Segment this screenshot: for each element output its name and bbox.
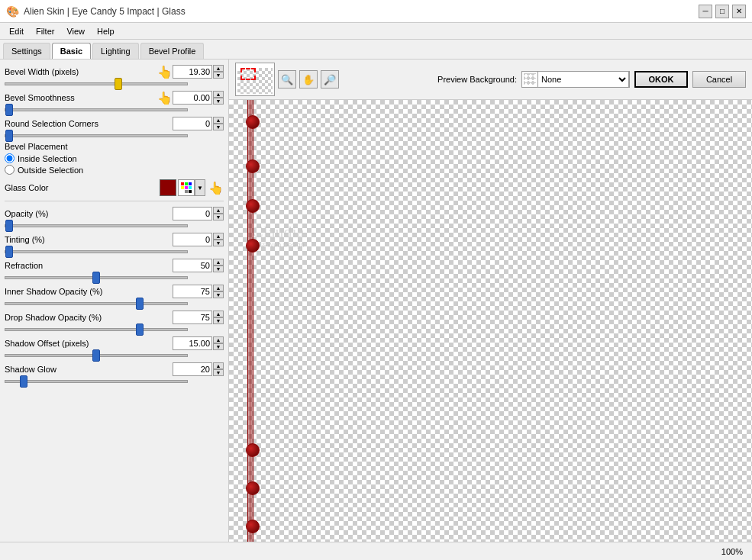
outside-selection-label: Outside Selection <box>18 166 83 175</box>
opacity-down[interactable]: ▼ <box>213 214 224 220</box>
shadow-offset-label: Shadow Offset (pixels) <box>5 339 173 348</box>
glass-color-row: Glass Color ▼ 👆 <box>5 179 224 196</box>
round-corners-down[interactable]: ▼ <box>213 124 224 130</box>
tab-basic[interactable]: Basic <box>52 43 91 59</box>
inner-shadow-slider-track[interactable] <box>5 302 188 305</box>
shadow-glow-slider-thumb[interactable] <box>20 375 27 388</box>
inside-selection-radio[interactable]: Inside Selection <box>5 153 224 163</box>
menu-view[interactable]: View <box>60 25 91 37</box>
tinting-label: Tinting (%) <box>5 235 173 244</box>
round-corners-input[interactable] <box>173 117 212 130</box>
opacity-label: Opacity (%) <box>5 209 173 218</box>
tinting-input[interactable] <box>173 233 212 246</box>
inside-selection-label: Inside Selection <box>18 154 77 163</box>
opacity-up[interactable]: ▲ <box>213 207 224 214</box>
bevel-width-input[interactable] <box>173 65 212 79</box>
refraction-label: Refraction <box>5 261 173 270</box>
refraction-down[interactable]: ▼ <box>213 266 224 272</box>
tab-settings[interactable]: Settings <box>3 43 50 59</box>
tinting-up[interactable]: ▲ <box>213 233 224 240</box>
refraction-input[interactable] <box>173 259 212 272</box>
bevel-smoothness-down[interactable]: ▼ <box>213 98 224 105</box>
shadow-offset-up[interactable]: ▲ <box>213 336 224 343</box>
tab-bevel-profile[interactable]: Bevel Profile <box>140 43 205 59</box>
right-panel: 🔍 ✋ 🔎 Preview Background: None White Bla… <box>229 60 752 542</box>
drop-shadow-input[interactable] <box>173 311 212 324</box>
opacity-input[interactable] <box>173 207 212 220</box>
tinting-slider-thumb[interactable] <box>5 246 13 258</box>
svg-rect-6 <box>181 190 184 193</box>
pan-tool-button[interactable]: ✋ <box>299 70 318 89</box>
preview-bg-controls: Preview Background: None White Black OKO… <box>437 71 746 88</box>
round-corners-slider-track[interactable] <box>5 134 188 137</box>
shadow-glow-input[interactable] <box>173 362 212 376</box>
bevel-placement-label: Bevel Placement <box>5 142 224 151</box>
tinting-slider-track[interactable] <box>5 250 188 253</box>
drop-shadow-slider-track[interactable] <box>5 328 188 331</box>
shadow-offset-input[interactable] <box>173 336 212 350</box>
shadow-glow-up[interactable]: ▲ <box>213 362 224 369</box>
checkerboard-background: Claudia CGSFWeb Design <box>229 100 752 542</box>
bevel-width-cursor: 👆 <box>157 65 173 79</box>
inner-shadow-label: Inner Shadow Opacity (%) <box>5 287 173 296</box>
drop-shadow-down[interactable]: ▼ <box>213 317 224 324</box>
drop-shadow-slider-thumb[interactable] <box>136 323 144 336</box>
tab-lighting[interactable]: Lighting <box>92 43 139 59</box>
bevel-smoothness-up[interactable]: ▲ <box>213 91 224 98</box>
left-panel: Bevel Width (pixels) 👆 ▲ ▼ Bevel Smoothn… <box>0 60 229 542</box>
zoom-in-button[interactable]: 🔎 <box>321 70 339 89</box>
inner-shadow-slider-thumb[interactable] <box>136 298 144 310</box>
maximize-button[interactable]: □ <box>715 5 729 18</box>
bevel-dot-6 <box>246 481 260 495</box>
bevel-width-up[interactable]: ▲ <box>213 65 224 72</box>
round-corners-label: Round Selection Corners <box>5 119 173 128</box>
color-dropdown-button[interactable]: ▼ <box>195 179 205 196</box>
shadow-glow-down[interactable]: ▼ <box>213 369 224 376</box>
ok-button[interactable]: OKOK <box>634 71 688 88</box>
shadow-glow-slider-track[interactable] <box>5 380 188 383</box>
shadow-offset-slider-track[interactable] <box>5 354 188 357</box>
outside-selection-radio[interactable]: Outside Selection <box>5 165 224 175</box>
menu-edit[interactable]: Edit <box>3 25 30 37</box>
right-header: 🔍 ✋ 🔎 Preview Background: None White Bla… <box>229 60 752 100</box>
cancel-button[interactable]: Cancel <box>692 71 746 88</box>
glass-color-swatch[interactable] <box>160 179 176 196</box>
minimize-button[interactable]: ─ <box>699 5 712 18</box>
bevel-width-slider-thumb[interactable] <box>115 78 122 90</box>
app-icon: 🎨 <box>6 5 19 18</box>
inner-shadow-down[interactable]: ▼ <box>213 291 224 298</box>
bevel-smoothness-slider-track[interactable] <box>5 108 188 111</box>
menu-help[interactable]: Help <box>91 25 121 37</box>
zoom-to-fit-button[interactable]: 🔍 <box>278 70 296 89</box>
refraction-up[interactable]: ▲ <box>213 259 224 266</box>
opacity-slider-thumb[interactable] <box>5 220 13 232</box>
bevel-smoothness-slider-thumb[interactable] <box>5 104 13 116</box>
bevel-width-slider-track[interactable] <box>5 82 188 85</box>
preview-controls: 🔍 ✋ 🔎 <box>235 63 339 96</box>
svg-rect-2 <box>189 182 192 185</box>
menu-filter[interactable]: Filter <box>30 25 60 37</box>
shadow-offset-slider-thumb[interactable] <box>92 349 100 362</box>
opacity-slider-track[interactable] <box>5 224 188 227</box>
bevel-smoothness-input[interactable] <box>173 91 212 105</box>
refraction-slider-thumb[interactable] <box>92 272 100 284</box>
tinting-down[interactable]: ▼ <box>213 240 224 246</box>
bevel-width-down[interactable]: ▼ <box>213 72 224 79</box>
glass-color-cursor: 👆 <box>208 181 224 195</box>
shadow-offset-down[interactable]: ▼ <box>213 343 224 350</box>
bevel-dot-5 <box>246 443 260 457</box>
inner-shadow-up[interactable]: ▲ <box>213 285 224 291</box>
refraction-slider-track[interactable] <box>5 276 188 279</box>
round-corners-up[interactable]: ▲ <box>213 117 224 124</box>
shadow-glow-label: Shadow Glow <box>5 365 173 374</box>
bevel-smoothness-label: Bevel Smoothness <box>5 93 157 102</box>
inner-shadow-input[interactable] <box>173 285 212 298</box>
bevel-placement-group: Inside Selection Outside Selection <box>5 153 224 175</box>
color-grid-button[interactable] <box>178 179 195 196</box>
preview-bg-select[interactable]: None White Black <box>537 71 629 88</box>
preview-thumbnail[interactable] <box>235 63 275 96</box>
menu-bar: Edit Filter View Help <box>0 23 752 40</box>
drop-shadow-up[interactable]: ▲ <box>213 311 224 317</box>
close-button[interactable]: ✕ <box>732 5 746 18</box>
round-corners-slider-thumb[interactable] <box>5 130 13 142</box>
